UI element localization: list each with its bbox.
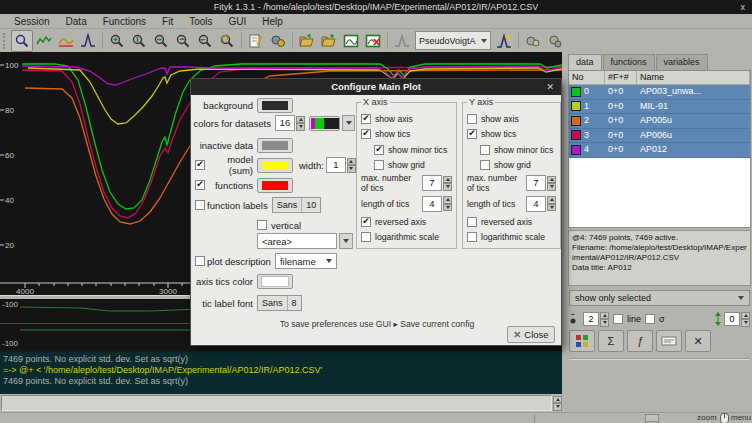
close-button[interactable]: ✕ Close: [507, 326, 555, 343]
sigma-checkbox[interactable]: [645, 314, 655, 324]
col-ff[interactable]: #F+#: [605, 71, 637, 84]
menu-tools[interactable]: Tools: [181, 16, 220, 27]
shift-spinner[interactable]: 0: [724, 312, 750, 327]
auto-add-icon[interactable]: [391, 30, 413, 52]
dataset-color-swatch[interactable]: [571, 87, 581, 97]
spin-down-icon[interactable]: [600, 319, 609, 327]
spin-down-icon[interactable]: [741, 319, 750, 327]
baseline-mode-icon[interactable]: [55, 30, 77, 52]
y-log-checkbox[interactable]: [467, 232, 477, 242]
line-checkbox[interactable]: [613, 314, 623, 324]
functions-color-button[interactable]: [257, 178, 293, 193]
window-close-button[interactable]: x: [741, 0, 746, 14]
y-tic-length-spinner[interactable]: 4: [526, 196, 556, 212]
zoom-previous-icon[interactable]: [216, 30, 238, 52]
tab-data[interactable]: data: [568, 54, 602, 70]
command-history-spinner[interactable]: [553, 396, 562, 411]
spin-up-icon[interactable]: [443, 176, 452, 184]
delete-dataset-button[interactable]: ✕: [685, 330, 711, 352]
y-max-tics-spinner[interactable]: 7: [526, 175, 556, 191]
spin-up-icon[interactable]: [347, 158, 356, 166]
data-range-mode-icon[interactable]: [33, 30, 55, 52]
plot-description-checkbox[interactable]: [195, 256, 205, 266]
open-data-icon[interactable]: [296, 30, 318, 52]
toolbar-handle[interactable]: [3, 33, 9, 49]
functions-checkbox[interactable]: [195, 180, 205, 190]
add-peak-icon[interactable]: [493, 30, 515, 52]
zoom-out-icon[interactable]: [194, 30, 216, 52]
spin-down-icon[interactable]: [347, 165, 356, 173]
y-show-grid-checkbox[interactable]: [480, 160, 490, 170]
spin-down-icon[interactable]: [547, 204, 556, 212]
tab-functions[interactable]: functions: [603, 54, 655, 70]
dataset-colors-preview-button[interactable]: [309, 116, 340, 131]
spin-down-icon[interactable]: [547, 183, 556, 191]
spin-down-icon[interactable]: [443, 183, 452, 191]
spin-down-icon[interactable]: [296, 123, 305, 131]
colors-dropdown-button[interactable]: [342, 115, 355, 131]
edit-script-icon[interactable]: [245, 30, 267, 52]
menu-fit[interactable]: Fit: [154, 16, 181, 27]
y-show-tics-checkbox[interactable]: [467, 129, 477, 139]
dataset-color-swatch[interactable]: [571, 101, 581, 111]
spin-up-icon[interactable]: [741, 312, 750, 320]
menu-help[interactable]: Help: [254, 16, 291, 27]
y-show-axis-checkbox[interactable]: [467, 114, 477, 124]
table-row[interactable]: 40+0AP012: [569, 143, 750, 158]
status-format-button[interactable]: [645, 414, 659, 422]
label-font-button[interactable]: Sans 10: [272, 197, 322, 213]
transform-data-button[interactable]: [656, 330, 682, 352]
zoom-mode-icon[interactable]: [11, 30, 33, 52]
zoom-in-icon[interactable]: [172, 30, 194, 52]
x-show-grid-checkbox[interactable]: [374, 160, 384, 170]
spin-up-icon[interactable]: [553, 396, 562, 404]
x-show-minor-tics-checkbox[interactable]: [374, 145, 384, 155]
run-script-icon[interactable]: [267, 30, 289, 52]
colors-count-spinner[interactable]: 16: [275, 115, 305, 131]
spin-down-icon[interactable]: [553, 403, 562, 411]
spin-up-icon[interactable]: [600, 312, 609, 320]
table-row[interactable]: 20+0AP005u: [569, 114, 750, 129]
dialog-close-icon[interactable]: ✕: [546, 79, 554, 95]
x-reversed-checkbox[interactable]: [361, 217, 371, 227]
settings-gears-icon[interactable]: [522, 30, 544, 52]
export-image-icon[interactable]: [340, 30, 362, 52]
tab-variables[interactable]: variables: [656, 54, 708, 70]
table-row[interactable]: 00+0AP003_unwa...: [569, 85, 750, 100]
dialog-titlebar[interactable]: Configure Main Plot ✕: [191, 79, 561, 95]
y-reversed-checkbox[interactable]: [467, 217, 477, 227]
table-row[interactable]: 10+0MIL-91: [569, 100, 750, 115]
settings-gears-2-icon[interactable]: [544, 30, 566, 52]
spin-down-icon[interactable]: [443, 204, 452, 212]
x-show-axis-checkbox[interactable]: [361, 114, 371, 124]
spin-up-icon[interactable]: [547, 196, 556, 204]
dataset-color-swatch[interactable]: [571, 145, 581, 155]
zoom-horizontal-icon[interactable]: [150, 30, 172, 52]
tic-font-button[interactable]: Sans 8: [257, 295, 302, 311]
add-peak-mode-icon[interactable]: [77, 30, 99, 52]
col-no[interactable]: No: [569, 71, 605, 84]
point-size-spinner[interactable]: 2: [583, 312, 609, 327]
export-image-alt-icon[interactable]: [362, 30, 384, 52]
x-show-tics-checkbox[interactable]: [361, 129, 371, 139]
function-labels-checkbox[interactable]: [195, 200, 205, 210]
dataset-color-swatch[interactable]: [571, 130, 581, 140]
label-format-select[interactable]: <area>: [257, 233, 337, 249]
vertical-checkbox[interactable]: [257, 220, 267, 230]
inactive-color-button[interactable]: [257, 138, 293, 153]
axis-tics-color-button[interactable]: [257, 274, 293, 289]
functions-button[interactable]: ƒ: [627, 330, 653, 352]
menu-gui[interactable]: GUI: [221, 16, 255, 27]
model-color-button[interactable]: [257, 158, 293, 173]
x-log-checkbox[interactable]: [361, 232, 371, 242]
x-max-tics-spinner[interactable]: 7: [422, 175, 452, 191]
model-sum-checkbox[interactable]: [195, 160, 205, 170]
function-type-select[interactable]: PseudoVoigtA: [415, 31, 491, 50]
menu-data[interactable]: Data: [58, 16, 95, 27]
plot-description-select[interactable]: filename: [275, 253, 337, 269]
dataset-color-swatch[interactable]: [571, 116, 581, 126]
menu-functions[interactable]: Functions: [95, 16, 154, 27]
y-show-minor-tics-checkbox[interactable]: [480, 145, 490, 155]
dataset-colors-button[interactable]: [569, 330, 595, 352]
spin-up-icon[interactable]: [443, 196, 452, 204]
